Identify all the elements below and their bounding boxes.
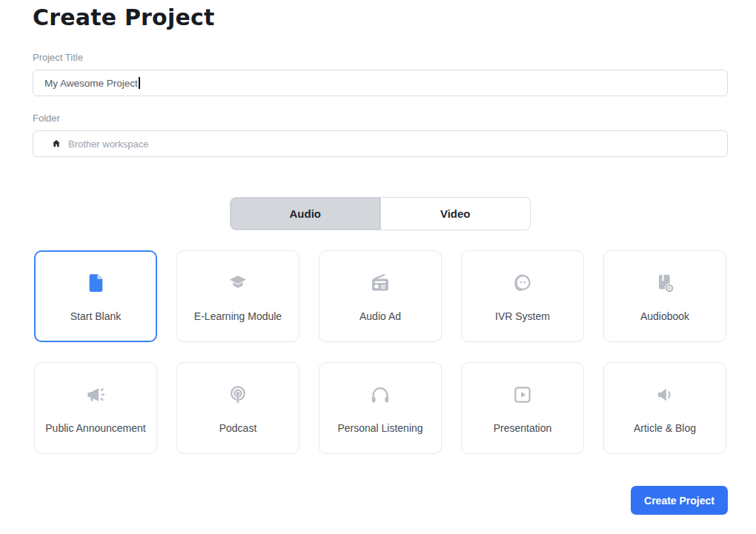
template-card-label: Public Announcement bbox=[45, 422, 145, 434]
template-card-public-announcement[interactable]: Public Announcement bbox=[34, 362, 157, 454]
template-card-label: Podcast bbox=[219, 422, 257, 434]
media-type-toggle: Audio Video bbox=[230, 197, 531, 230]
video-play-icon bbox=[511, 383, 534, 407]
project-title-label: Project Title bbox=[33, 52, 728, 63]
tab-audio[interactable]: Audio bbox=[231, 198, 380, 230]
folder-label: Folder bbox=[33, 113, 728, 124]
speaker-icon bbox=[653, 383, 677, 407]
folder-value: Brother workspace bbox=[68, 138, 148, 150]
template-card-label: IVR System bbox=[495, 310, 550, 322]
radio-icon bbox=[368, 271, 392, 295]
graduation-cap-icon bbox=[226, 271, 250, 295]
template-card-e-learning[interactable]: E-Learning Module bbox=[176, 250, 299, 342]
template-card-audio-ad[interactable]: Audio Ad bbox=[319, 250, 442, 342]
template-card-article-blog[interactable]: Article & Blog bbox=[603, 362, 726, 454]
home-icon bbox=[51, 138, 62, 149]
broadcast-icon bbox=[226, 383, 250, 407]
template-card-label: Audiobook bbox=[640, 310, 689, 322]
template-card-label: Personal Listening bbox=[337, 422, 422, 434]
template-card-presentation[interactable]: Presentation bbox=[461, 362, 584, 454]
template-card-personal-listening[interactable]: Personal Listening bbox=[319, 362, 442, 454]
template-card-podcast[interactable]: Podcast bbox=[176, 362, 299, 454]
headphones-icon bbox=[368, 383, 392, 407]
headset-agent-icon bbox=[511, 271, 534, 295]
create-project-button[interactable]: Create Project bbox=[631, 486, 728, 515]
template-card-label: Start Blank bbox=[70, 310, 121, 322]
book-play-icon bbox=[653, 271, 677, 295]
template-card-label: Audio Ad bbox=[359, 310, 401, 322]
tab-video[interactable]: Video bbox=[380, 198, 531, 230]
project-title-value: My Awesome Project bbox=[44, 78, 138, 89]
folder-input[interactable]: Brother workspace bbox=[33, 130, 728, 157]
megaphone-icon bbox=[83, 383, 108, 407]
template-grid: Start Blank E-Learning Module bbox=[34, 250, 728, 454]
template-card-label: E-Learning Module bbox=[194, 310, 282, 322]
template-card-audiobook[interactable]: Audiobook bbox=[603, 250, 726, 342]
page-title: Create Project bbox=[33, 4, 728, 30]
file-icon bbox=[84, 271, 107, 295]
template-card-ivr[interactable]: IVR System bbox=[461, 250, 584, 342]
template-card-start-blank[interactable]: Start Blank bbox=[34, 250, 157, 342]
template-card-label: Presentation bbox=[494, 422, 552, 434]
project-title-input[interactable]: My Awesome Project bbox=[33, 70, 728, 96]
template-card-label: Article & Blog bbox=[634, 422, 696, 434]
text-caret bbox=[139, 77, 140, 89]
